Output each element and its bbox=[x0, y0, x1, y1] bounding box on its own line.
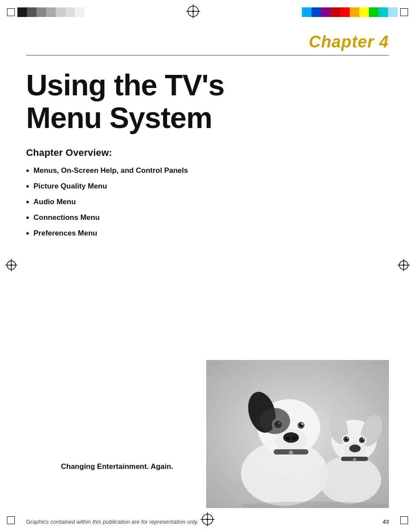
swatch-3 bbox=[37, 7, 46, 17]
bottom-crosshair bbox=[201, 512, 214, 528]
list-item: Preferences Menu bbox=[26, 229, 389, 239]
svg-point-7 bbox=[10, 264, 12, 266]
svg-point-3 bbox=[192, 10, 194, 12]
overview-list: Menus, On-Screen Help, and Control Panel… bbox=[26, 166, 389, 239]
chapter-title: Chapter 4 bbox=[309, 33, 389, 51]
list-item: Connections Menu bbox=[26, 213, 389, 223]
svg-point-11 bbox=[403, 264, 405, 266]
corner-mark-tl bbox=[7, 8, 15, 16]
corner-mark-br bbox=[400, 516, 408, 524]
bottom-left-marks bbox=[7, 516, 15, 524]
page-title: Using the TV's Menu System bbox=[26, 69, 389, 134]
bottom-section: Changing Entertainment. Again. bbox=[26, 360, 389, 508]
corner-mark-tr bbox=[400, 8, 408, 16]
swatch-r2 bbox=[311, 7, 321, 17]
svg-point-19 bbox=[292, 437, 296, 440]
top-bar bbox=[0, 0, 415, 24]
svg-point-36 bbox=[349, 444, 361, 452]
svg-point-44 bbox=[363, 438, 364, 440]
top-crosshair bbox=[186, 4, 200, 20]
swatch-r9 bbox=[378, 7, 388, 17]
svg-point-27 bbox=[301, 423, 303, 425]
overview-heading: Chapter Overview: bbox=[26, 147, 389, 158]
swatch-r10 bbox=[388, 7, 398, 17]
svg-point-18 bbox=[286, 437, 290, 440]
right-reg-mark bbox=[398, 259, 410, 273]
chapter-label: Chapter 4 bbox=[26, 33, 389, 56]
swatch-6 bbox=[65, 7, 75, 17]
svg-point-28 bbox=[260, 408, 290, 434]
swatch-r1 bbox=[302, 7, 311, 17]
svg-point-46 bbox=[353, 458, 356, 461]
swatch-7 bbox=[75, 7, 84, 17]
swatch-4 bbox=[46, 7, 56, 17]
swatch-r5 bbox=[340, 7, 350, 17]
swatch-r7 bbox=[359, 7, 369, 17]
list-item: Picture Quality Menu bbox=[26, 182, 389, 192]
list-item: Audio Menu bbox=[26, 198, 389, 207]
svg-point-40 bbox=[347, 438, 348, 439]
swatch-r3 bbox=[321, 7, 331, 17]
top-right-marks bbox=[302, 7, 408, 17]
swatch-2 bbox=[27, 7, 37, 17]
tagline: Changing Entertainment. Again. bbox=[61, 462, 173, 471]
top-left-marks bbox=[7, 7, 84, 17]
chapter-overview: Chapter Overview: Menus, On-Screen Help,… bbox=[26, 147, 389, 239]
swatch-r4 bbox=[331, 7, 340, 17]
swatch-r8 bbox=[369, 7, 378, 17]
swatch-1 bbox=[17, 7, 27, 17]
svg-point-51 bbox=[207, 519, 208, 520]
swatch-r6 bbox=[350, 7, 359, 17]
swatch-5 bbox=[56, 7, 65, 17]
color-bar-left bbox=[17, 7, 84, 17]
color-bar-right bbox=[302, 7, 398, 17]
svg-point-31 bbox=[318, 456, 381, 504]
bottom-right-marks bbox=[400, 516, 408, 524]
svg-point-30 bbox=[289, 451, 293, 455]
left-reg-mark bbox=[5, 259, 17, 273]
list-item: Menus, On-Screen Help, and Control Panel… bbox=[26, 166, 389, 176]
dogs-image bbox=[206, 360, 389, 508]
bottom-bar bbox=[0, 508, 415, 532]
main-title-block: Using the TV's Menu System bbox=[26, 69, 389, 134]
corner-mark-bl bbox=[7, 516, 15, 524]
svg-point-17 bbox=[283, 432, 299, 443]
